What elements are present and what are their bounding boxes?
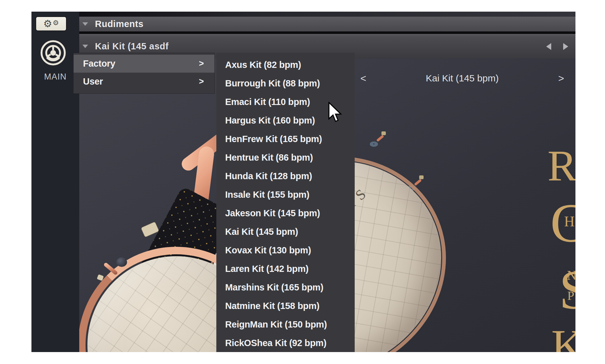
floating-lug [370, 141, 378, 147]
kit-selector: < Kai Kit (145 bpm) > [358, 71, 566, 85]
settings-button[interactable]: ⚙ ⚙ [36, 16, 67, 31]
kit-menu-item[interactable]: Kai Kit (145 bpm) [216, 223, 355, 241]
kit-menu-item[interactable]: Hentrue Kit (86 bpm) [216, 148, 355, 167]
gold-letter-small: H [564, 214, 574, 229]
page: { "sidebar": { "main_label": "MAIN" }, "… [0, 0, 605, 364]
kit-menu-item[interactable]: Axus Kit (82 bpm) [216, 56, 355, 74]
caret-down-icon [82, 45, 88, 48]
plugin-window: TS R O C H S N P K < Kai Kit (145 bpm) > [31, 12, 575, 352]
floating-dash [376, 135, 384, 142]
floating-square [419, 175, 424, 179]
submenu-chevron-icon: > [199, 77, 204, 86]
kit-menu-item[interactable]: Kovax Kit (130 bpm) [216, 241, 355, 260]
kit-menu-item[interactable]: HenFrew Kit (165 bpm) [216, 130, 355, 148]
kit-submenu-list: Axus Kit (82 bpm)Burrough Kit (88 bpm)Em… [216, 56, 355, 352]
library-header-bar[interactable]: Rudiments [79, 17, 575, 31]
header-divider [79, 31, 575, 34]
instrument-logo-icon[interactable] [40, 39, 67, 66]
kit-menu-item[interactable]: ReignMan Kit (150 bpm) [216, 315, 355, 334]
kit-menu-item[interactable]: Insale Kit (155 bpm) [216, 185, 355, 204]
menu-item-user[interactable]: User > [74, 73, 214, 91]
submenu-chevron-icon: > [199, 59, 204, 69]
kit-menu-item[interactable]: Marshins Kit (165 bpm) [216, 278, 355, 297]
gold-letter-small: P [567, 290, 574, 302]
mouse-cursor [328, 102, 343, 124]
factory-kits-submenu: Axus Kit (82 bpm)Burrough Kit (88 bpm)Em… [216, 53, 355, 352]
floating-square [381, 131, 386, 135]
menu-item-label: User [83, 76, 103, 87]
kit-menu-item[interactable]: Natmine Kit (158 bpm) [216, 297, 355, 315]
kit-menu-item[interactable]: Laren Kit (142 bpm) [216, 260, 355, 278]
kit-prev-button[interactable]: < [358, 73, 368, 84]
gold-letter-small: N [567, 269, 575, 282]
preset-title: Kai Kit (145 asdf [95, 41, 169, 52]
header-top-strip [79, 12, 575, 17]
kit-next-button[interactable]: > [556, 73, 566, 84]
caret-down-icon [82, 22, 88, 26]
menu-item-label: Factory [83, 58, 115, 69]
preset-prev-button[interactable] [546, 43, 551, 50]
gear-icon: ⚙ [43, 19, 52, 29]
library-title: Rudiments [95, 19, 143, 29]
gold-letter: R [547, 144, 575, 188]
menu-item-factory[interactable]: Factory > [74, 55, 214, 73]
gear-icon-small: ⚙ [53, 19, 59, 26]
kit-menu-item[interactable]: RickOShea Kit (92 bpm) [216, 334, 355, 352]
kit-selector-label: Kai Kit (145 bpm) [426, 73, 499, 84]
tab-main[interactable]: MAIN [31, 72, 79, 82]
preset-dropdown-menu: Factory > User > [73, 53, 215, 94]
preset-next-button[interactable] [563, 43, 568, 50]
kit-menu-item[interactable]: Hunda Kit (128 bpm) [216, 167, 355, 185]
kit-menu-item[interactable]: Burrough Kit (88 bpm) [216, 74, 355, 93]
floating-dash [414, 179, 422, 186]
sidebar: ⚙ ⚙ MAIN [31, 12, 79, 352]
gold-letter: K [551, 323, 575, 352]
kit-menu-item[interactable]: Jakeson Kit (145 bpm) [216, 204, 355, 223]
drum-knob [116, 257, 127, 267]
